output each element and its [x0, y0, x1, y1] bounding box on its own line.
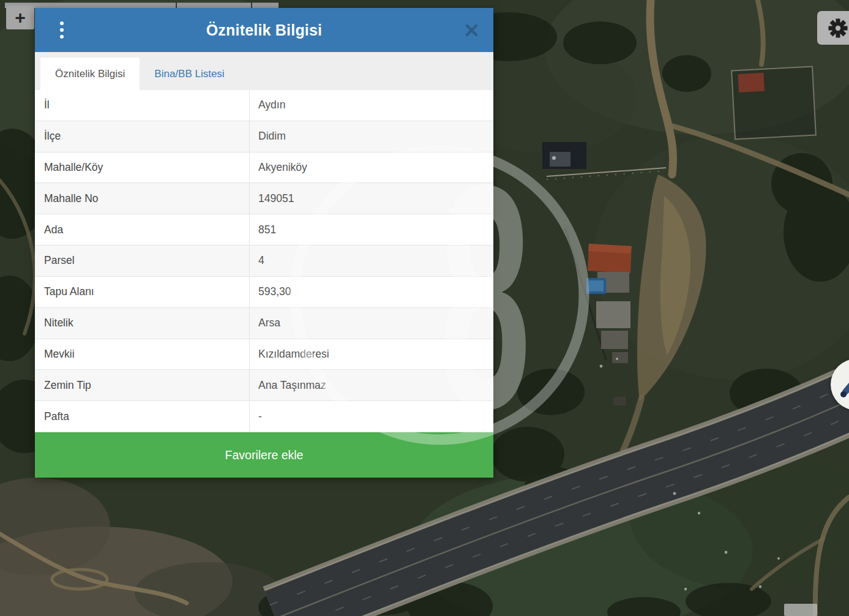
row-label: İl — [35, 90, 250, 121]
app-screen: + Öznitelik Bi — [0, 0, 849, 616]
map-attribution — [784, 604, 817, 616]
row-value: Kızıldamderesi — [250, 339, 493, 370]
tab-bar: Öznitelik BilgisiBina/BB Listesi — [35, 52, 493, 90]
attribute-table: İlAydınİlçeDidimMahalle/KöyAkyeniköyMaha… — [35, 90, 493, 432]
row-label: Mevkii — [35, 339, 250, 370]
table-row: NitelikArsa — [35, 308, 493, 339]
row-label: Zemin Tip — [35, 370, 250, 400]
attribute-dialog: Öznitelik Bilgisi Öznitelik BilgisiBina/… — [35, 8, 493, 478]
close-icon — [465, 24, 478, 37]
zoom-in-button[interactable]: + — [6, 6, 34, 29]
draw-tool-button[interactable] — [831, 359, 849, 410]
pencil-icon — [831, 359, 849, 410]
settings-button[interactable] — [817, 11, 849, 45]
row-value: 851 — [250, 214, 493, 245]
close-button[interactable] — [458, 8, 485, 52]
dialog-title: Öznitelik Bilgisi — [206, 21, 323, 39]
row-label: Ada — [35, 214, 250, 245]
table-row: Parsel4 — [35, 246, 493, 277]
table-row: Tapu Alanı593,30 — [35, 277, 493, 308]
row-value: Arsa — [250, 308, 493, 339]
row-value: Ana Taşınmaz — [250, 370, 493, 400]
row-value: - — [250, 401, 493, 432]
gear-icon — [826, 16, 849, 40]
row-label: Parsel — [35, 246, 250, 276]
tab-0[interactable]: Öznitelik Bilgisi — [40, 58, 140, 90]
row-value: Didim — [250, 121, 493, 152]
row-value: Aydın — [250, 90, 493, 121]
row-label: Mahalle No — [35, 183, 250, 214]
table-row: İlAydın — [35, 90, 493, 121]
row-label: Mahalle/Köy — [35, 152, 250, 183]
table-row: Pafta- — [35, 401, 493, 432]
table-row: Zemin TipAna Taşınmaz — [35, 370, 493, 401]
row-label: Pafta — [35, 401, 250, 432]
table-row: Mahalle No149051 — [35, 183, 493, 214]
tab-1[interactable]: Bina/BB Listesi — [140, 58, 239, 90]
row-value: 4 — [250, 246, 493, 276]
table-row: MevkiiKızıldamderesi — [35, 339, 493, 370]
dialog-header: Öznitelik Bilgisi — [35, 8, 493, 52]
row-value: 149051 — [250, 183, 493, 214]
table-row: İlçeDidim — [35, 121, 493, 152]
row-label: Tapu Alanı — [35, 277, 250, 307]
hidden-toolbar-sliver — [177, 2, 251, 8]
table-row: Ada851 — [35, 214, 493, 246]
row-value: 593,30 — [250, 277, 493, 307]
hidden-toolbar-sliver — [252, 2, 279, 8]
row-label: İlçe — [35, 121, 250, 152]
table-row: Mahalle/KöyAkyeniköy — [35, 152, 493, 184]
kebab-menu-icon — [60, 21, 64, 39]
add-to-favorites-button[interactable]: Favorilere ekle — [35, 432, 493, 478]
menu-button[interactable] — [50, 8, 74, 52]
row-value: Akyeniköy — [250, 152, 493, 183]
row-label: Nitelik — [35, 308, 250, 339]
